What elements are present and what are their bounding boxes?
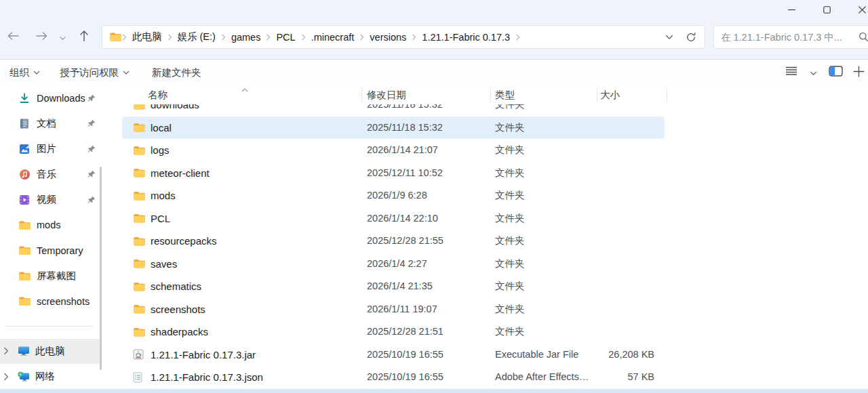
bottom-highlight-strip: [0, 389, 868, 393]
search-box[interactable]: [713, 25, 868, 49]
column-header-name[interactable]: 名称: [148, 85, 167, 104]
address-bar[interactable]: 此电脑娱乐 (E:)gamesPCL.minecraftversions1.21…: [102, 25, 705, 49]
file-name: PCL: [151, 207, 170, 230]
maximize-button[interactable]: [811, 0, 842, 20]
column-header-size[interactable]: 大小: [600, 85, 620, 104]
folder-icon: [133, 145, 145, 155]
breadcrumb-item[interactable]: versions: [365, 30, 411, 44]
give-access-button[interactable]: 授予访问权限: [60, 60, 130, 85]
breadcrumb-chevron-icon: [265, 34, 271, 41]
sidebar-item-folder-7[interactable]: 屏幕截图: [0, 264, 102, 289]
refresh-button[interactable]: [686, 32, 696, 43]
folder-icon: [18, 245, 31, 255]
file-type: 文件夹: [495, 117, 525, 140]
close-button[interactable]: [846, 0, 868, 20]
sidebar-item-downloads-0[interactable]: Downloads: [0, 85, 102, 111]
sidebar-item-documents-1[interactable]: 文档: [0, 111, 102, 137]
view-dropdown-button[interactable]: [806, 60, 821, 85]
column-divider[interactable]: [490, 87, 491, 102]
view-list-button[interactable]: [781, 60, 802, 85]
file-row[interactable]: saves2026/1/4 2:27文件夹: [102, 253, 868, 276]
up-button[interactable]: [73, 28, 95, 47]
column-header-type[interactable]: 类型: [495, 85, 515, 104]
sidebar-item-music-3[interactable]: 音乐: [0, 162, 102, 188]
file-row[interactable]: 1.21.1-Fabric 0.17.3.jar2025/10/19 16:55…: [102, 344, 868, 367]
column-divider[interactable]: [667, 87, 667, 102]
sidebar-item-label: Temporary: [37, 245, 83, 256]
column-divider[interactable]: [361, 87, 362, 102]
file-name: saves: [151, 253, 177, 276]
forward-button[interactable]: [31, 28, 52, 47]
details-pane-button[interactable]: [849, 60, 868, 85]
sidebar-item-folder-5[interactable]: mods: [0, 213, 102, 239]
music-icon: [18, 169, 31, 180]
breadcrumb-chevron-icon: [220, 34, 226, 41]
new-folder-button[interactable]: 新建文件夹: [152, 60, 201, 85]
jar-file-icon: [133, 349, 144, 360]
sort-ascending-icon: [241, 85, 248, 95]
maximize-icon: [823, 4, 831, 16]
folder-icon: [133, 236, 145, 246]
sidebar-item-this-pc[interactable]: 此电脑: [0, 339, 102, 365]
file-date-modified: 2026/1/4 2:27: [367, 253, 427, 276]
file-name: schematics: [151, 275, 201, 298]
navigation-pane: Downloads文档图片音乐视频modsTemporary屏幕截图screen…: [0, 85, 102, 393]
file-row[interactable]: PCL2026/1/14 22:10文件夹: [102, 207, 868, 230]
preview-pane-icon: [829, 66, 843, 79]
expand-chevron-icon[interactable]: [3, 373, 12, 381]
sidebar-item-label: 图片: [37, 142, 56, 155]
sidebar-item-videos-4[interactable]: 视频: [0, 187, 102, 213]
file-row[interactable]: local2025/11/18 15:32文件夹: [102, 117, 868, 140]
back-button[interactable]: [2, 28, 24, 47]
minimize-button[interactable]: [776, 0, 807, 20]
file-type: 文件夹: [495, 275, 525, 298]
column-header-date[interactable]: 修改日期: [367, 85, 406, 104]
forward-icon: [35, 31, 48, 43]
sidebar-item-label: Downloads: [37, 93, 85, 104]
sidebar-item-folder-6[interactable]: Temporary: [0, 238, 102, 264]
file-size: 26,208 KB: [553, 344, 654, 367]
this-pc-icon: [18, 346, 30, 356]
file-row[interactable]: screenshots2026/1/11 19:07文件夹: [102, 298, 868, 321]
breadcrumb-item[interactable]: 此电脑: [127, 29, 167, 45]
expand-chevron-icon[interactable]: [3, 347, 12, 355]
pin-icon: [87, 94, 96, 102]
file-row[interactable]: shaderpacks2025/12/28 21:51文件夹: [102, 320, 868, 344]
window-top-chrome: 此电脑娱乐 (E:)gamesPCL.minecraftversions1.21…: [0, 0, 868, 60]
sidebar-item-folder-8[interactable]: screenshots: [0, 289, 102, 314]
file-date-modified: 2025/11/18 15:32: [367, 117, 443, 140]
file-row[interactable]: logs2026/1/14 21:07文件夹: [102, 139, 868, 162]
breadcrumb-item[interactable]: 娱乐 (E:): [173, 29, 220, 45]
recent-locations-button[interactable]: [54, 28, 71, 47]
file-type: 文件夹: [495, 162, 525, 185]
breadcrumb-item[interactable]: 1.21.1-Fabric 0.17.3: [417, 30, 515, 44]
folder-icon: [133, 123, 145, 133]
file-type: 文件夹: [495, 139, 525, 162]
pin-icon: [87, 119, 96, 127]
column-divider[interactable]: [597, 87, 597, 102]
breadcrumb-item[interactable]: games: [226, 30, 266, 44]
file-name: screenshots: [151, 298, 205, 321]
file-row[interactable]: mods2026/1/9 6:28文件夹: [102, 184, 868, 207]
sidebar-item-network[interactable]: 网络: [0, 364, 102, 390]
breadcrumb-item[interactable]: PCL: [271, 30, 300, 44]
breadcrumb-chevron-icon: [515, 34, 521, 41]
file-row[interactable]: resourcepacks2025/12/28 21:55文件夹: [102, 230, 868, 253]
file-type: 文件夹: [495, 207, 525, 230]
organize-button[interactable]: 组织: [9, 60, 40, 85]
address-dropdown-button[interactable]: [665, 35, 673, 40]
organize-label: 组织: [9, 66, 29, 79]
folder-icon: [18, 296, 31, 306]
file-row[interactable]: schematics2026/1/4 21:35文件夹: [102, 275, 868, 298]
breadcrumb-item[interactable]: .minecraft: [307, 30, 359, 44]
search-input[interactable]: [721, 32, 854, 43]
file-row[interactable]: meteor-client2025/12/11 10:52文件夹: [102, 162, 868, 185]
search-icon: [859, 32, 868, 42]
sidebar-item-label: 音乐: [37, 168, 56, 181]
file-row[interactable]: 1.21.1-Fabric 0.17.3.json2025/10/19 16:5…: [102, 366, 868, 389]
chevron-down-icon: [59, 31, 66, 43]
sidebar-item-label: 视频: [37, 193, 56, 206]
file-date-modified: 2026/1/4 21:35: [367, 275, 433, 298]
sidebar-item-pictures-2[interactable]: 图片: [0, 136, 102, 162]
preview-pane-button[interactable]: [825, 60, 846, 85]
